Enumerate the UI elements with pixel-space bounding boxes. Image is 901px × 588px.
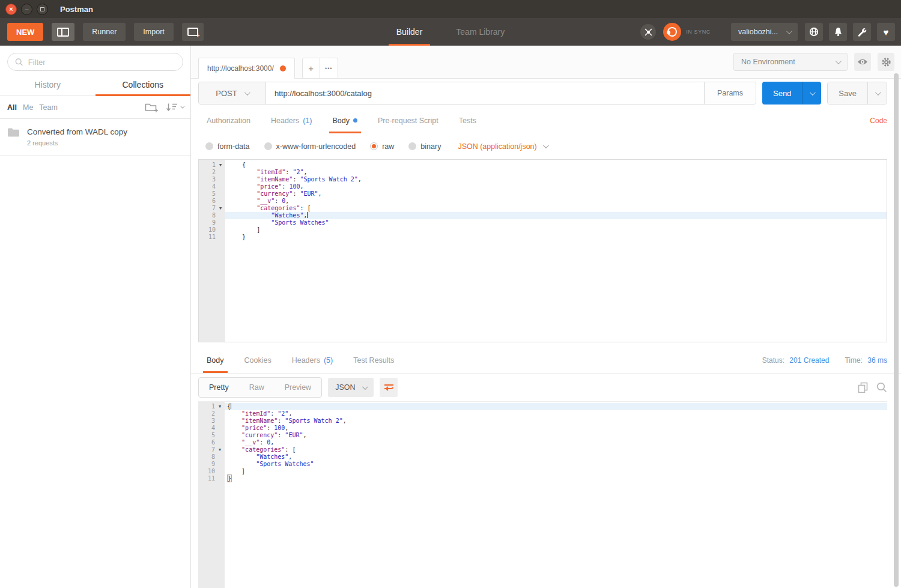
body-type-urlencoded[interactable]: x-www-form-urlencoded [264,142,356,151]
code-line[interactable]: 10 ] [199,226,887,234]
tab-body[interactable]: Body [324,108,366,133]
code-line[interactable]: 2 "itemId": "2", [199,169,887,176]
request-tab[interactable]: http://localhost:3000/ [198,58,295,79]
url-input[interactable] [266,82,704,104]
window-close-button[interactable]: × [5,4,17,15]
interceptor-button[interactable] [640,24,656,40]
code-line[interactable]: 10 ] [198,468,887,475]
code-line[interactable]: 6 "__v": 0, [198,439,887,446]
body-type-raw[interactable]: raw [370,142,394,151]
response-tab-headers[interactable]: Headers (5) [284,347,342,373]
view-pretty-button[interactable]: Pretty [199,378,239,397]
code-line[interactable]: 5 "currency": "EUR", [199,190,887,198]
request-body-editor[interactable]: 1▼ {2 "itemId": "2",3 "itemName": "Sport… [198,159,887,342]
fold-arrow-icon[interactable]: ▼ [215,403,225,410]
environment-select[interactable]: No Environment [733,53,848,71]
new-window-button[interactable] [182,23,204,41]
tab-authorization[interactable]: Authorization [198,108,259,133]
sync-button[interactable] [663,23,681,41]
copy-icon[interactable] [858,382,868,393]
radio-icon [264,142,272,150]
response-tab-test-results[interactable]: Test Results [345,347,402,373]
tab-tests[interactable]: Tests [450,108,485,133]
wrap-text-button[interactable] [380,378,398,397]
generate-code-link[interactable]: Code [870,117,887,125]
code-line[interactable]: 9 "Sports Watches" [198,461,887,468]
save-options-button[interactable] [867,82,887,104]
code-line[interactable]: 11 } [199,234,887,241]
fold-arrow-icon[interactable]: ▼ [216,205,225,212]
main-scrollbar[interactable] [894,73,899,587]
send-options-button[interactable] [802,82,821,105]
code-line[interactable]: 6 "__v": 0, [199,198,887,205]
filter-me[interactable]: Me [23,103,33,112]
scrollbar-thumb[interactable] [894,73,899,587]
new-tab-button[interactable]: + [302,58,320,79]
code-line[interactable]: 8 "Watches", [198,453,887,461]
code-line[interactable]: 11} [198,475,887,482]
filter-input[interactable] [28,58,175,67]
chevron-down-icon [810,89,816,95]
community-button[interactable] [805,23,823,41]
tab-builder[interactable]: Builder [389,18,431,46]
window-minimize-button[interactable]: – [21,4,32,15]
code-line[interactable]: 1▼ { [199,162,887,169]
code-line[interactable]: 5 "currency": "EUR", [198,432,887,439]
notifications-button[interactable] [829,23,847,41]
fold-spacer [216,234,225,241]
settings-button[interactable] [853,23,871,41]
body-label: Body [333,117,350,125]
response-body-editor[interactable]: 1▼{2 "itemId": "2",3 "itemName": "Sports… [198,401,887,588]
code-line[interactable]: 8 "Watches", [199,212,887,219]
code-line[interactable]: 2 "itemId": "2", [198,410,887,417]
response-format-select[interactable]: JSON [328,378,374,397]
fold-arrow-icon[interactable]: ▼ [216,162,225,169]
tab-history[interactable]: History [0,75,96,95]
code-line[interactable]: 3 "itemName": "Sports Watch 2", [198,417,887,425]
method-select[interactable]: POST [199,82,266,104]
runner-button[interactable]: Runner [83,23,126,41]
code-line[interactable]: 4 "price": 100, [199,183,887,190]
response-tab-cookies[interactable]: Cookies [236,347,280,373]
code-line[interactable]: 4 "price": 100, [198,425,887,432]
fold-spacer [215,475,225,482]
status-label: Status: [762,356,784,365]
new-folder-icon[interactable] [145,102,159,113]
tab-menu-button[interactable]: ••• [320,58,338,79]
tab-collections[interactable]: Collections [96,75,191,95]
favorites-button[interactable]: ♥ [877,23,895,41]
account-menu[interactable]: valiobozhi... [731,23,798,41]
search-response-icon[interactable] [876,382,887,393]
view-preview-button[interactable]: Preview [275,378,321,397]
code-line[interactable]: 7▼ "categories": [ [199,205,887,212]
tab-headers[interactable]: Headers (1) [262,108,321,133]
save-button[interactable]: Save [828,82,867,104]
environment-preview-button[interactable] [854,53,871,71]
sort-button[interactable] [166,103,183,112]
params-button[interactable]: Params [704,82,756,104]
fold-arrow-icon[interactable]: ▼ [215,446,225,453]
view-raw-button[interactable]: Raw [239,378,275,397]
filter-all[interactable]: All [7,103,17,112]
fold-spacer [215,468,225,475]
tab-pre-request-script[interactable]: Pre-request Script [369,108,447,133]
content-type-select[interactable]: JSON (application/json) [458,142,547,151]
response-tab-body[interactable]: Body [198,347,232,373]
send-button[interactable]: Send [762,82,802,105]
environment-settings-button[interactable] [878,53,894,71]
import-button[interactable]: Import [134,23,173,41]
tab-team-library[interactable]: Team Library [448,18,512,46]
window-maximize-button[interactable] [37,4,48,15]
collection-item[interactable]: Converted from WADL copy 2 requests [0,119,190,156]
code-line[interactable]: 9 "Sports Watches" [199,219,887,226]
body-type-form-data[interactable]: form-data [205,142,250,151]
new-button[interactable]: NEW [7,23,43,41]
code-line[interactable]: 1▼{ [198,403,887,410]
code-line[interactable]: 3 "itemName": "Sports Watch 2", [199,176,887,183]
body-type-binary[interactable]: binary [408,142,441,151]
time-label: Time: [845,356,863,365]
toggle-sidebar-button[interactable] [52,23,74,41]
line-number: 8 [198,453,215,461]
code-line[interactable]: 7▼ "categories": [ [198,446,887,453]
filter-team[interactable]: Team [39,103,58,112]
